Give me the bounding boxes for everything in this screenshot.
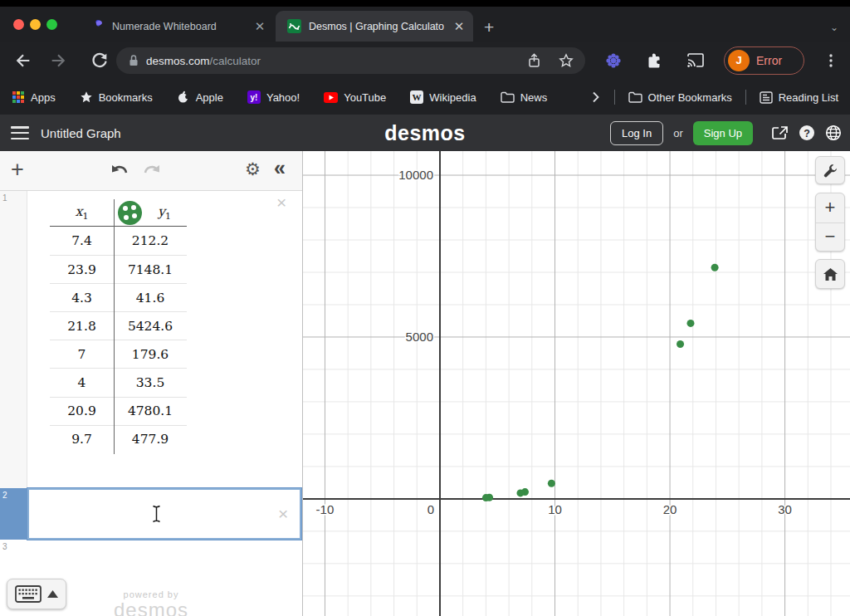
data-table: x1 y1 7.4212.223.97148.14.341.621.85424.… [50, 199, 187, 453]
expression-panel: + ⚙ « 1 × x1 y1 [0, 151, 303, 616]
graph-settings-button[interactable]: ⚙ [245, 159, 261, 179]
table-cell[interactable]: 20.9 [50, 403, 114, 418]
table-cell[interactable]: 4780.1 [114, 403, 187, 418]
collapse-panel-button[interactable]: « [274, 156, 286, 180]
table-cell[interactable]: 212.2 [114, 233, 187, 248]
reload-button[interactable] [90, 51, 109, 70]
zoom-in-button[interactable]: + [816, 193, 844, 222]
table-cell[interactable]: 477.9 [114, 432, 187, 447]
delete-expression-icon[interactable]: × [276, 195, 286, 210]
svg-text:?: ? [804, 128, 810, 139]
bookmarks-divider [614, 90, 615, 105]
data-point[interactable] [548, 480, 555, 487]
bookmark-wikipedia[interactable]: W Wikipedia [410, 90, 476, 104]
graph-paper[interactable]: -100102030500010000 + − [303, 151, 850, 616]
expression-row-2-selected[interactable]: 2 × [0, 488, 302, 540]
bookmark-apple[interactable]: Apple [177, 90, 223, 104]
bookmark-apps[interactable]: Apps [12, 90, 56, 104]
profile-error-badge[interactable]: J Error [724, 46, 804, 75]
extensions-puzzle-icon[interactable] [646, 52, 662, 69]
table-cell[interactable]: 4 [50, 375, 114, 390]
bookmarks-divider [745, 90, 746, 105]
back-button[interactable] [14, 51, 32, 70]
tab-close-icon[interactable]: ✕ [252, 19, 267, 34]
table-header-x1[interactable]: x1 [50, 203, 114, 222]
plot-style-icon[interactable] [118, 201, 142, 225]
other-bookmarks-button[interactable]: Other Bookmarks [628, 91, 732, 104]
profile-avatar: J [728, 50, 750, 71]
expression-input[interactable]: × [27, 488, 301, 540]
address-bar[interactable]: desmos.com/calculator [116, 47, 585, 74]
table-cell[interactable]: 41.6 [114, 291, 187, 306]
row-gutter[interactable]: 1 [0, 191, 27, 488]
wrench-icon [823, 163, 838, 178]
folder-icon [501, 91, 515, 103]
table-cell[interactable]: 4.3 [50, 291, 114, 306]
extension-flower-icon[interactable] [605, 52, 622, 69]
fullscreen-window-button[interactable] [46, 19, 57, 30]
tab-numerade[interactable]: Numerade Whiteboard ✕ [79, 11, 274, 42]
bookmark-yahoo[interactable]: y! Yahoo! [247, 90, 300, 104]
numerade-pinwheel-icon [90, 19, 105, 33]
export-share-icon[interactable] [771, 125, 789, 141]
svg-text:W: W [413, 92, 422, 102]
table-cell[interactable]: 7 [50, 347, 114, 362]
table-body: 7.4212.223.97148.14.341.621.85424.67179.… [50, 227, 187, 453]
new-tab-button[interactable]: + [484, 19, 494, 36]
undo-button[interactable] [110, 163, 130, 178]
bookmark-bookmarks[interactable]: Bookmarks [80, 90, 153, 104]
forward-button[interactable] [49, 51, 67, 70]
x-axis-tick-label: 30 [778, 502, 792, 516]
cast-icon[interactable] [686, 52, 705, 69]
table-cell[interactable]: 7.4 [50, 233, 114, 248]
keyboard-toggle-button[interactable] [7, 579, 66, 609]
table-cell[interactable]: 7148.1 [114, 262, 187, 277]
yahoo-icon: y! [247, 90, 261, 104]
x-axis-tick-label: -10 [316, 502, 335, 516]
delete-expression-icon[interactable]: × [278, 506, 288, 521]
table-cell[interactable]: 23.9 [50, 262, 114, 277]
bookmarks-overflow-chevron[interactable] [592, 91, 599, 103]
redo-button[interactable] [141, 163, 161, 178]
chevron-up-icon [47, 590, 58, 598]
table-column-divider [114, 199, 115, 454]
data-point[interactable] [482, 494, 490, 501]
table-cell[interactable]: 5424.6 [114, 319, 187, 334]
tab-search-chevron-icon[interactable]: ⌄ [830, 22, 838, 33]
table-cell[interactable]: 179.6 [114, 347, 187, 362]
close-window-button[interactable] [13, 19, 24, 30]
zoom-out-button[interactable]: − [816, 222, 844, 252]
data-point[interactable] [677, 340, 684, 348]
graph-settings-wrench-button[interactable] [815, 156, 845, 184]
data-point[interactable] [686, 320, 694, 327]
language-globe-icon[interactable] [825, 125, 842, 141]
table-cell[interactable]: 21.8 [50, 319, 114, 334]
bookmark-news-folder[interactable]: News [501, 91, 548, 104]
table-cell[interactable]: 33.5 [114, 375, 187, 390]
youtube-icon [324, 92, 338, 103]
home-view-button[interactable] [815, 259, 845, 289]
table-row: 23.97148.1 [50, 255, 187, 283]
tab-title: Numerade Whiteboard [112, 21, 252, 32]
login-button[interactable]: Log In [610, 121, 663, 145]
apps-grid-icon [12, 90, 25, 104]
help-icon[interactable]: ? [799, 125, 815, 141]
bookmark-youtube[interactable]: YouTube [324, 91, 386, 104]
expression-row-1[interactable]: 1 × x1 y1 7.4212.223.97148.14.341.621.85… [0, 191, 302, 488]
reading-list-icon [760, 91, 773, 104]
row-gutter-selected[interactable]: 2 [0, 488, 27, 540]
bookmark-star-icon[interactable] [559, 53, 574, 68]
data-point[interactable] [516, 489, 524, 496]
table-cell[interactable]: 9.7 [50, 432, 114, 447]
wikipedia-icon: W [410, 90, 423, 104]
add-expression-button[interactable]: + [11, 157, 24, 183]
minimize-window-button[interactable] [30, 19, 41, 30]
data-point[interactable] [711, 264, 719, 271]
graph-canvas[interactable]: -100102030500010000 [303, 151, 850, 616]
chrome-menu-icon[interactable] [823, 52, 838, 69]
tab-close-icon[interactable]: ✕ [452, 19, 467, 34]
signup-button[interactable]: Sign Up [693, 121, 753, 145]
tab-desmos[interactable]: Desmos | Graphing Calculato ✕ [276, 11, 473, 42]
share-icon[interactable] [527, 53, 541, 68]
reading-list-button[interactable]: Reading List [760, 91, 838, 104]
